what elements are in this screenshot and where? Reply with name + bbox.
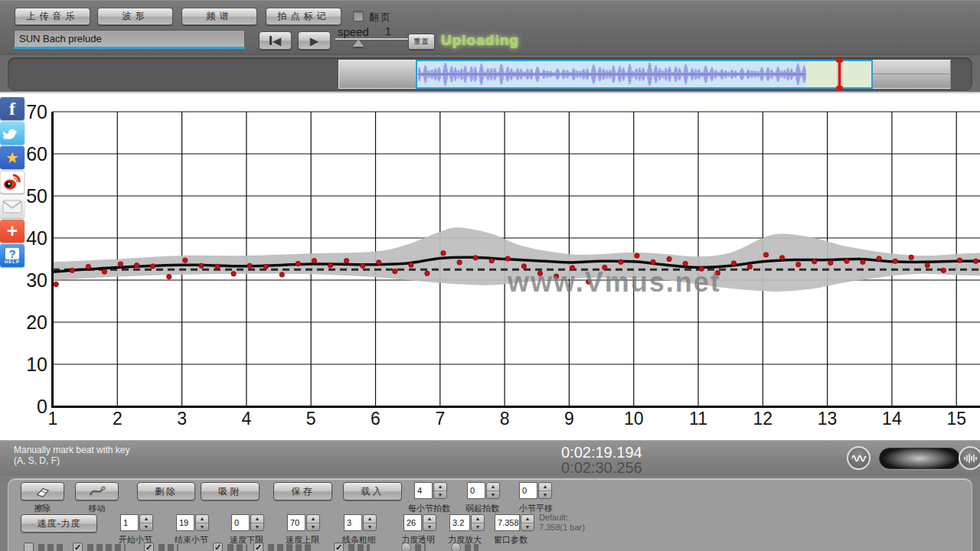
bar-shift-stepper[interactable]: ▲▼ bbox=[538, 482, 552, 499]
start-bar-spinner[interactable]: 1 bbox=[120, 514, 139, 531]
beat-dot[interactable] bbox=[231, 272, 236, 276]
beat-dot[interactable] bbox=[973, 259, 978, 263]
dyn-amplify-stepper[interactable]: ▲▼ bbox=[471, 514, 485, 531]
beat-dot[interactable] bbox=[134, 263, 139, 268]
beat-dot[interactable] bbox=[344, 259, 348, 263]
beat-dot[interactable] bbox=[150, 264, 155, 269]
stepper-up-icon[interactable]: ▲ bbox=[434, 483, 446, 491]
beat-dot[interactable] bbox=[941, 268, 946, 272]
beat-dot[interactable] bbox=[763, 253, 768, 257]
beat-dot[interactable] bbox=[441, 251, 446, 256]
waveform-button[interactable]: 波形 bbox=[97, 8, 173, 25]
beats-per-bar-spinner[interactable]: 4 bbox=[414, 482, 433, 499]
speed-dynamics-mode-button[interactable]: 速度-力度 bbox=[21, 514, 97, 533]
speed-min-spinner[interactable]: 0 bbox=[231, 514, 250, 531]
facebook-share-icon[interactable]: f bbox=[0, 97, 24, 120]
beat-dot[interactable] bbox=[457, 260, 462, 265]
beat-dot[interactable] bbox=[731, 261, 736, 266]
option-checkbox[interactable]: ✓ bbox=[73, 543, 83, 551]
option-checkbox[interactable]: ✓ bbox=[253, 543, 263, 551]
end-bar-spinner[interactable]: 19 bbox=[176, 514, 194, 531]
beat-dot[interactable] bbox=[377, 260, 381, 265]
beat-dot[interactable] bbox=[861, 259, 865, 264]
end-bar-stepper[interactable]: ▲▼ bbox=[195, 514, 209, 531]
beat-dot[interactable] bbox=[183, 258, 188, 262]
start-bar-stepper[interactable]: ▲▼ bbox=[139, 514, 153, 531]
beat-dot[interactable] bbox=[263, 264, 268, 269]
delete-button[interactable]: 删除 bbox=[137, 482, 195, 500]
playhead-marker[interactable] bbox=[836, 58, 843, 90]
pickup-beats-spinner[interactable]: 0 bbox=[467, 482, 485, 499]
beat-dot[interactable] bbox=[683, 261, 688, 266]
pickup-beats-stepper[interactable]: ▲▼ bbox=[486, 482, 500, 499]
beat-dot[interactable] bbox=[360, 263, 364, 268]
load-button[interactable]: 载入 bbox=[343, 482, 402, 500]
speed-min-stepper[interactable]: ▲▼ bbox=[250, 514, 264, 531]
weibo-share-icon[interactable] bbox=[0, 171, 24, 194]
window-param-spinner[interactable]: 7.358 bbox=[495, 514, 520, 531]
option-checkbox[interactable]: ✓ bbox=[213, 543, 223, 551]
zoom-out-wave-button[interactable] bbox=[847, 446, 871, 470]
beat-dot[interactable] bbox=[667, 256, 671, 261]
mail-share-icon[interactable] bbox=[0, 195, 24, 218]
qzone-share-icon[interactable]: ★ bbox=[0, 146, 24, 169]
beat-dot[interactable] bbox=[279, 272, 284, 277]
beat-dot[interactable] bbox=[54, 282, 58, 286]
beat-dot[interactable] bbox=[828, 260, 833, 265]
beat-dot[interactable] bbox=[619, 259, 623, 264]
option-checkbox[interactable]: ✓ bbox=[334, 543, 344, 551]
wave-zoom-slider[interactable] bbox=[879, 448, 960, 469]
beat-dot[interactable] bbox=[118, 262, 122, 266]
beat-dot[interactable] bbox=[844, 259, 849, 263]
beat-dot[interactable] bbox=[328, 263, 332, 268]
beat-dot[interactable] bbox=[393, 269, 397, 273]
beat-dot[interactable] bbox=[635, 253, 639, 258]
option-checkbox[interactable]: ✓ bbox=[144, 543, 154, 551]
beats-per-bar-stepper[interactable]: ▲▼ bbox=[433, 482, 447, 499]
speed-slider-track[interactable] bbox=[335, 38, 408, 40]
upload-music-button[interactable]: 上传音乐 bbox=[15, 8, 90, 25]
beat-dot[interactable] bbox=[957, 258, 962, 262]
waveform-selection[interactable] bbox=[416, 60, 873, 89]
beat-dot[interactable] bbox=[779, 256, 784, 260]
line-width-stepper[interactable]: ▲▼ bbox=[363, 514, 377, 531]
beat-dot[interactable] bbox=[70, 268, 74, 272]
beat-dot[interactable] bbox=[893, 259, 897, 263]
beat-dot[interactable] bbox=[215, 264, 220, 269]
beat-dot[interactable] bbox=[409, 262, 413, 267]
zoom-in-wave-button[interactable] bbox=[959, 446, 980, 470]
save-button[interactable]: 保存 bbox=[273, 482, 332, 500]
option-radio[interactable] bbox=[401, 543, 411, 551]
reset-button[interactable]: 重置 bbox=[408, 34, 435, 50]
help-icon[interactable]: ? HELP bbox=[0, 244, 24, 267]
addthis-share-icon[interactable]: + bbox=[0, 220, 24, 243]
play-button[interactable]: ▶ bbox=[298, 31, 331, 50]
snap-button[interactable]: 吸附 bbox=[201, 482, 260, 500]
beat-dot[interactable] bbox=[909, 255, 913, 259]
beat-dot[interactable] bbox=[312, 259, 316, 263]
beat-dot[interactable] bbox=[877, 256, 881, 261]
bar-shift-spinner[interactable]: 0 bbox=[519, 482, 537, 499]
dyn-transparency-stepper[interactable]: ▲▼ bbox=[423, 514, 436, 531]
beat-dot[interactable] bbox=[651, 259, 655, 264]
beat-dot[interactable] bbox=[102, 269, 106, 274]
stepper-down-icon[interactable]: ▼ bbox=[434, 491, 446, 498]
spectrum-button[interactable]: 频谱 bbox=[181, 8, 257, 25]
beat-dot[interactable] bbox=[795, 262, 800, 266]
beat-dot[interactable] bbox=[425, 271, 430, 276]
beat-dot[interactable] bbox=[505, 256, 510, 261]
track-name-input[interactable] bbox=[14, 30, 245, 47]
beat-dot[interactable] bbox=[473, 256, 478, 260]
page-turn-checkbox[interactable] bbox=[353, 11, 364, 21]
dyn-amplify-spinner[interactable]: 3.2 bbox=[449, 514, 470, 531]
line-width-spinner[interactable]: 3 bbox=[344, 514, 362, 531]
speed-max-spinner[interactable]: 70 bbox=[287, 514, 305, 531]
beat-dot[interactable] bbox=[167, 274, 172, 279]
beat-dot[interactable] bbox=[86, 264, 90, 269]
move-tool-button[interactable] bbox=[75, 482, 119, 500]
beat-dot[interactable] bbox=[925, 263, 929, 268]
erase-tool-button[interactable] bbox=[21, 482, 64, 500]
beat-dot[interactable] bbox=[247, 263, 252, 268]
speed-max-stepper[interactable]: ▲▼ bbox=[306, 514, 320, 531]
dyn-transparency-spinner[interactable]: 26 bbox=[403, 514, 422, 531]
